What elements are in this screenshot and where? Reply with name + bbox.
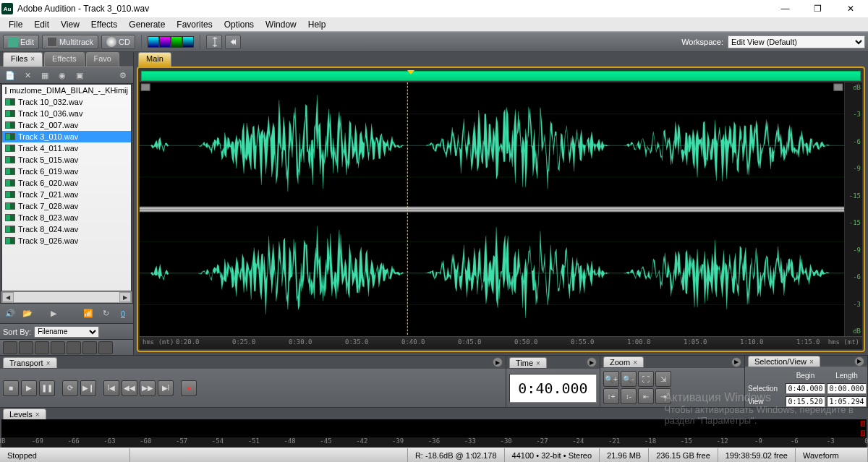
menu-options[interactable]: Options — [218, 18, 260, 31]
menu-window[interactable]: Window — [260, 18, 302, 31]
loop-button[interactable]: ↻ — [98, 307, 113, 320]
level-meter[interactable] — [1, 419, 867, 437]
tab-time[interactable]: Time× — [509, 357, 547, 368]
edit-file-button[interactable]: ▣ — [72, 69, 87, 82]
autoplay-button[interactable]: 📶 — [81, 307, 95, 320]
workspace-select[interactable]: Edit View (Default) — [728, 35, 865, 48]
volume-button[interactable]: 🔊 — [3, 307, 17, 320]
tab-favorites[interactable]: Favo — [86, 52, 119, 67]
clip-indicator-l[interactable] — [861, 430, 865, 436]
tab-files[interactable]: Files× — [3, 52, 43, 67]
view-spectral-freq-button[interactable] — [159, 36, 171, 48]
timeline-ruler[interactable]: hms (mt)0:20.00:25.00:30.00:35.00:40.00:… — [140, 336, 862, 349]
time-display[interactable]: 0:40.000 — [509, 374, 597, 403]
tool-time-select-button[interactable] — [206, 35, 222, 49]
pause-button[interactable]: ❚❚ — [39, 380, 55, 396]
file-item[interactable]: Track 8_023.wav — [2, 212, 131, 223]
zoom-in-v-button[interactable]: ↕+ — [603, 388, 619, 404]
zoom-out-h-button[interactable]: 🔍- — [621, 371, 637, 387]
play-looped-button[interactable]: ⟳ — [62, 380, 78, 396]
panel-menu-icon[interactable]: ▶ — [854, 356, 864, 367]
play-button[interactable]: ▶ — [21, 380, 37, 396]
file-list-hscroll[interactable]: ◀ ▶ — [1, 291, 132, 303]
zoom-in-left-button[interactable]: ⇤ — [638, 388, 654, 404]
zoom-selection-button[interactable]: ⇲ — [655, 371, 671, 387]
menu-effects[interactable]: Effects — [85, 18, 123, 31]
view-begin-field[interactable]: 0:15.520 — [786, 396, 825, 407]
tab-levels[interactable]: Levels× — [3, 408, 46, 419]
mode-multitrack-button[interactable]: Multitrack — [42, 35, 98, 49]
rewind-button[interactable]: ◀◀ — [122, 380, 137, 396]
show-markers-button[interactable] — [35, 341, 49, 354]
zoom-in-right-button[interactable]: ⇥ — [655, 388, 671, 404]
show-audio-button[interactable] — [51, 341, 65, 354]
show-other-button[interactable] — [98, 341, 113, 354]
sort-by-select[interactable]: Filename — [34, 326, 99, 338]
file-item[interactable]: Track 10_036.wav — [2, 108, 131, 119]
tab-main[interactable]: Main — [138, 52, 171, 67]
show-video-button[interactable] — [67, 341, 81, 354]
menu-view[interactable]: View — [55, 18, 85, 31]
mode-cd-button[interactable]: CD — [101, 35, 135, 49]
menu-edit[interactable]: Edit — [28, 18, 55, 31]
file-item[interactable]: Track 10_032.wav — [2, 96, 131, 108]
file-item[interactable]: Track 7_021.wav — [2, 189, 131, 200]
file-item[interactable]: muzlome_DIMA_BILAN_-_KHimij — [2, 85, 131, 96]
overview-bar[interactable] — [141, 71, 861, 81]
go-start-button[interactable]: I◀ — [103, 380, 119, 396]
view-spectral-phase-button[interactable] — [182, 36, 194, 48]
clip-indicator-r[interactable] — [861, 421, 865, 427]
show-midi-button[interactable] — [82, 341, 97, 354]
file-list[interactable]: muzlome_DIMA_BILAN_-_KHimijTrack 10_032.… — [1, 84, 132, 291]
zoom-in-h-button[interactable]: 🔍+ — [603, 371, 619, 387]
menu-help[interactable]: Help — [302, 18, 332, 31]
menu-file[interactable]: File — [3, 18, 28, 31]
file-item[interactable]: Track 4_011.wav — [2, 142, 131, 154]
tab-selection-view[interactable]: Selection/View× — [748, 356, 820, 367]
panel-menu-icon[interactable]: ▶ — [731, 357, 741, 367]
file-item[interactable]: Track 7_028.wav — [2, 200, 131, 212]
tab-effects[interactable]: Effects — [44, 52, 84, 67]
tab-zoom[interactable]: Zoom× — [603, 356, 644, 367]
close-icon[interactable]: × — [30, 55, 35, 63]
panel-options-button[interactable]: ⚙ — [116, 69, 130, 82]
stop-button[interactable]: ■ — [3, 380, 19, 396]
forward-button[interactable]: ▶▶ — [140, 380, 156, 396]
autoplay-duration[interactable]: 0 — [116, 307, 130, 320]
zoom-out-v-button[interactable]: ↕- — [621, 388, 637, 404]
view-length-field[interactable]: 1:05.294 — [827, 396, 867, 407]
mode-edit-button[interactable]: Edit — [3, 35, 39, 49]
go-end-button[interactable]: ▶I — [158, 380, 174, 396]
play-to-end-button[interactable]: ▶❙ — [80, 380, 96, 396]
show-options-button[interactable] — [3, 341, 17, 354]
waveform-display[interactable] — [140, 82, 845, 336]
view-spectral-pan-button[interactable] — [171, 36, 182, 48]
view-waveform-button[interactable] — [148, 36, 159, 48]
file-item[interactable]: Track 2_007.wav — [2, 119, 131, 131]
file-item[interactable]: Track 6_019.wav — [2, 166, 131, 177]
file-item[interactable]: Track 9_026.wav — [2, 235, 131, 247]
insert-multitrack-button[interactable]: ▦ — [38, 69, 52, 82]
zoom-full-button[interactable]: ⛶ — [638, 371, 654, 387]
file-item[interactable]: Track 6_020.wav — [2, 177, 131, 189]
window-maximize-button[interactable]: ❐ — [801, 0, 834, 17]
menu-generate[interactable]: Generate — [123, 18, 171, 31]
selection-begin-field[interactable]: 0:40.000 — [786, 383, 825, 394]
tool-scrub-button[interactable] — [225, 35, 241, 49]
panel-menu-icon[interactable]: ▶ — [493, 357, 503, 367]
selection-length-field[interactable]: 0:00.000 — [827, 383, 867, 394]
file-item[interactable]: Track 8_024.wav — [2, 223, 131, 235]
panel-menu-icon[interactable]: ▶ — [587, 357, 597, 367]
tab-transport[interactable]: Transport× — [3, 357, 57, 368]
insert-cd-button[interactable]: ◉ — [55, 69, 69, 82]
open-file-button[interactable]: 📂 — [20, 307, 35, 320]
menu-favorites[interactable]: Favorites — [171, 18, 218, 31]
close-file-button[interactable]: ✕ — [20, 69, 35, 82]
file-item[interactable]: Track 3_010.wav — [2, 131, 131, 142]
scroll-left-button[interactable]: ◀ — [2, 292, 14, 302]
file-item[interactable]: Track 5_015.wav — [2, 154, 131, 166]
full-path-button[interactable] — [19, 341, 33, 354]
window-close-button[interactable]: ✕ — [834, 0, 867, 17]
preview-play-button[interactable]: ▶ — [46, 307, 61, 320]
scroll-right-button[interactable]: ▶ — [119, 292, 131, 302]
